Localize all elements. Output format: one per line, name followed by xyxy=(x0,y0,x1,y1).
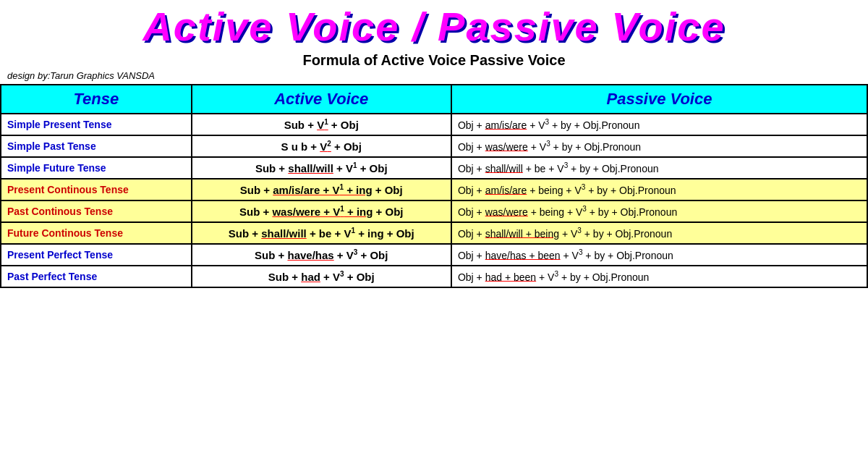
tense-cell: Simple Present Tense xyxy=(1,114,192,135)
passive-cell: Obj + was/were + V3 + by + Obj.Pronoun xyxy=(451,135,867,157)
tense-cell: Past Perfect Tense xyxy=(1,266,192,287)
active-cell: Sub + was/were + V1 + ing + Obj xyxy=(192,200,451,222)
passive-cell: Obj + am/is/are + V3 + by + Obj.Pronoun xyxy=(451,114,867,135)
col-header-active: Active Voice xyxy=(192,85,451,114)
col-header-tense: Tense xyxy=(1,85,192,114)
passive-cell: Obj + had + been + V3 + by + Obj.Pronoun xyxy=(451,266,867,287)
tense-cell: Future Continous Tense xyxy=(1,222,192,244)
passive-cell: Obj + have/has + been + V3 + by + Obj.Pr… xyxy=(451,244,867,266)
table-row: Simple Past Tense S u b + V2 + Obj Obj +… xyxy=(1,135,867,157)
passive-cell: Obj + was/were + being + V3 + by + Obj.P… xyxy=(451,200,867,222)
main-table: Tense Active Voice Passive Voice Simple … xyxy=(0,84,868,288)
table-row: Past Continous Tense Sub + was/were + V1… xyxy=(1,200,867,222)
tense-cell: Present Continous Tense xyxy=(1,179,192,200)
passive-cell: Obj + am/is/are + being + V3 + by + Obj.… xyxy=(451,179,867,200)
active-cell: S u b + V2 + Obj xyxy=(192,135,451,157)
main-title: Active Voice / Passive Voice xyxy=(0,4,868,49)
table-row: Future Continous Tense Sub + shall/will … xyxy=(1,222,867,244)
tense-cell: Simple Future Tense xyxy=(1,157,192,179)
active-cell: Sub + am/is/are + V1 + ing + Obj xyxy=(192,179,451,200)
active-cell: Sub + V1 + Obj xyxy=(192,114,451,135)
tense-cell: Present Perfect Tense xyxy=(1,244,192,266)
passive-cell: Obj + shall/will + being + V3 + by + Obj… xyxy=(451,222,867,244)
tense-cell: Past Continous Tense xyxy=(1,200,192,222)
col-header-passive: Passive Voice xyxy=(451,85,867,114)
table-row: Simple Present Tense Sub + V1 + Obj Obj … xyxy=(1,114,867,135)
active-cell: Sub + had + V3 + Obj xyxy=(192,266,451,287)
table-row: Present Continous Tense Sub + am/is/are … xyxy=(1,179,867,200)
table-row: Simple Future Tense Sub + shall/will + V… xyxy=(1,157,867,179)
page-container: Active Voice / Passive Voice Formula of … xyxy=(0,0,868,456)
active-cell: Sub + shall/will + be + V1 + ing + Obj xyxy=(192,222,451,244)
header-title: Active Voice / Passive Voice xyxy=(0,0,868,51)
active-cell: Sub + shall/will + V1 + Obj xyxy=(192,157,451,179)
table-row: Past Perfect Tense Sub + had + V3 + Obj … xyxy=(1,266,867,287)
tense-cell: Simple Past Tense xyxy=(1,135,192,157)
active-cell: Sub + have/has + V3 + Obj xyxy=(192,244,451,266)
design-credit: design by:Tarun Graphics VANSDA xyxy=(0,70,868,81)
header-subtitle: Formula of Active Voice Passive Voice xyxy=(0,52,868,69)
table-row: Present Perfect Tense Sub + have/has + V… xyxy=(1,244,867,266)
passive-cell: Obj + shall/will + be + V3 + by + Obj.Pr… xyxy=(451,157,867,179)
